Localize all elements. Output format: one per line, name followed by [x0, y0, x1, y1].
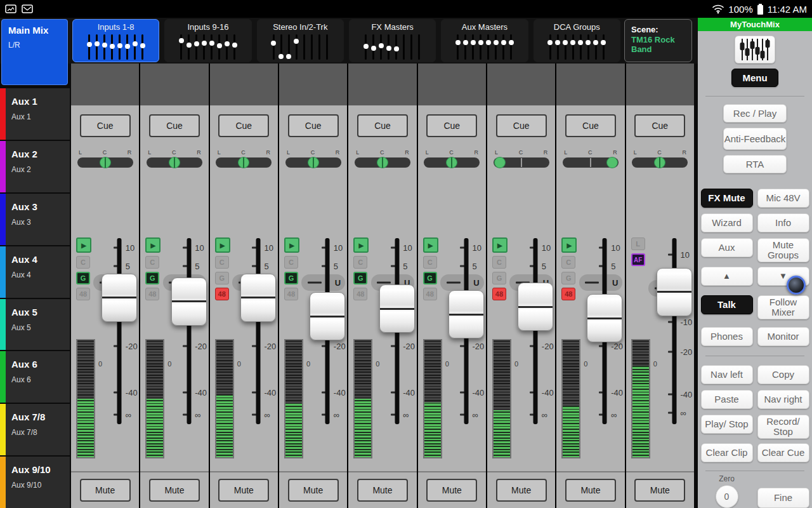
fader-knob[interactable] [171, 277, 207, 326]
pan-slider[interactable] [285, 157, 341, 168]
mute-button[interactable]: Mute [496, 479, 547, 502]
fader-track[interactable] [672, 238, 676, 424]
rec-play-button[interactable]: Rec / Play [723, 104, 787, 123]
fx-mute-button[interactable]: FX Mute [701, 189, 753, 208]
pan-knob[interactable] [100, 157, 111, 168]
fader-tab[interactable]: Stereo In/2-Trk [257, 19, 344, 62]
fader-knob[interactable] [518, 283, 553, 331]
mute-button[interactable]: Mute [426, 479, 477, 502]
pan-knob[interactable] [606, 157, 618, 168]
cue-button[interactable]: Cue [426, 114, 477, 137]
channel-name[interactable] [210, 64, 278, 105]
sidebar-item-aux[interactable]: Aux 4 Aux 4 [0, 246, 70, 298]
mute-button[interactable]: Mute [634, 479, 685, 502]
mixer-view-button[interactable] [735, 36, 775, 64]
cue-button[interactable]: Cue [634, 114, 685, 137]
mic-48v-button[interactable]: Mic 48V [757, 189, 809, 208]
clear-cue-button[interactable]: Clear Cue [757, 443, 809, 462]
mute-button[interactable]: Mute [288, 479, 339, 502]
channel-name[interactable] [626, 64, 694, 105]
pan-slider[interactable] [355, 157, 410, 168]
paste-button[interactable]: Paste [701, 390, 753, 409]
fader-tab[interactable]: Inputs 1-8 [72, 19, 159, 62]
mute-groups-button[interactable]: Mute Groups [757, 238, 809, 262]
cue-button[interactable]: Cue [218, 114, 269, 137]
nav-right-button[interactable]: Nav right [757, 390, 809, 409]
cue-button[interactable]: Cue [565, 114, 616, 137]
fine-button[interactable]: Fine [757, 488, 809, 508]
rta-button[interactable]: RTA [723, 155, 787, 173]
anti-feedback-button[interactable]: Anti-Feedback [723, 128, 787, 150]
pan-knob[interactable] [494, 157, 506, 168]
pan-knob[interactable] [238, 157, 249, 168]
fader-track[interactable] [534, 238, 538, 424]
copy-button[interactable]: Copy [757, 365, 809, 384]
fader-tab[interactable]: Aux Masters [441, 19, 528, 62]
cue-button[interactable]: Cue [80, 114, 131, 137]
fader-knob[interactable] [379, 284, 415, 333]
pan-slider[interactable] [632, 157, 688, 168]
fader-track[interactable] [117, 238, 122, 424]
menu-button[interactable]: Menu [731, 69, 778, 87]
tab-main-mix[interactable]: Main Mix L/R [1, 19, 68, 85]
talk-button[interactable]: Talk [701, 295, 753, 314]
pan-knob[interactable] [308, 157, 319, 168]
cue-button[interactable]: Cue [288, 114, 339, 137]
mute-button[interactable]: Mute [565, 479, 616, 502]
monitor-button[interactable]: Monitor [757, 327, 809, 346]
sidebar-item-aux[interactable]: Aux 9/10 Aux 9/10 [0, 457, 70, 508]
fader-knob[interactable] [310, 292, 345, 340]
channel-name[interactable] [418, 64, 486, 105]
cue-button[interactable]: Cue [496, 114, 547, 137]
pan-knob[interactable] [377, 157, 388, 168]
fader-knob[interactable] [240, 274, 276, 322]
mute-button[interactable]: Mute [80, 479, 131, 502]
mute-button[interactable]: Mute [218, 479, 269, 502]
pan-slider[interactable] [147, 157, 202, 168]
fader-tab[interactable]: Inputs 9-16 [164, 19, 251, 62]
scene-tab[interactable]: Scene: TM16 Rock Band [624, 19, 692, 62]
pan-slider[interactable] [216, 157, 272, 168]
fader-knob[interactable] [102, 274, 137, 322]
floating-app-bubble[interactable] [787, 276, 806, 295]
channel-name[interactable] [487, 64, 555, 105]
pan-slider[interactable] [424, 157, 480, 168]
record-stop-button[interactable]: Record/ Stop [757, 415, 809, 439]
sidebar-item-aux[interactable]: Aux 6 Aux 6 [0, 351, 70, 403]
phones-button[interactable]: Phones [701, 327, 753, 346]
fader-knob[interactable] [587, 294, 622, 342]
clear-clip-button[interactable]: Clear Clip [701, 443, 753, 462]
channel-name[interactable] [556, 64, 624, 105]
aux-button[interactable]: Aux [701, 238, 753, 257]
cue-button[interactable]: Cue [357, 114, 408, 137]
sidebar-item-aux[interactable]: Aux 2 Aux 2 [0, 141, 70, 192]
fader-knob[interactable] [657, 268, 692, 316]
pan-slider[interactable] [77, 157, 133, 168]
pan-knob[interactable] [446, 157, 457, 168]
pan-slider[interactable] [563, 157, 619, 168]
sidebar-item-aux[interactable]: Aux 5 Aux 5 [0, 299, 70, 351]
mute-button[interactable]: Mute [357, 479, 408, 502]
pan-knob[interactable] [654, 157, 665, 168]
fader-tab[interactable]: DCA Groups [534, 19, 620, 62]
fader-tab[interactable]: FX Masters [349, 19, 436, 62]
info-button[interactable]: Info [757, 213, 809, 232]
channel-name[interactable] [348, 64, 416, 105]
sidebar-item-aux[interactable]: Aux 1 Aux 1 [0, 88, 70, 140]
follow-mixer-button[interactable]: Follow Mixer [757, 295, 809, 319]
cue-button[interactable]: Cue [149, 114, 200, 137]
play-stop-button[interactable]: Play/ Stop [701, 415, 753, 434]
channel-name[interactable] [140, 64, 208, 105]
sidebar-item-aux[interactable]: Aux 3 Aux 3 [0, 194, 70, 245]
fader-track[interactable] [256, 238, 260, 424]
nav-left-button[interactable]: Nav left [701, 365, 753, 384]
zero-button[interactable]: 0 [716, 485, 738, 508]
channel-name[interactable] [279, 64, 347, 105]
channel-name[interactable] [71, 64, 139, 105]
wizard-button[interactable]: Wizard [701, 213, 753, 232]
fader-track[interactable] [187, 238, 191, 424]
mute-button[interactable]: Mute [149, 479, 200, 502]
pan-slider[interactable] [494, 157, 549, 168]
sidebar-item-aux[interactable]: Aux 7/8 Aux 7/8 [0, 404, 70, 455]
nav-up-button[interactable]: ▲ [701, 267, 753, 286]
